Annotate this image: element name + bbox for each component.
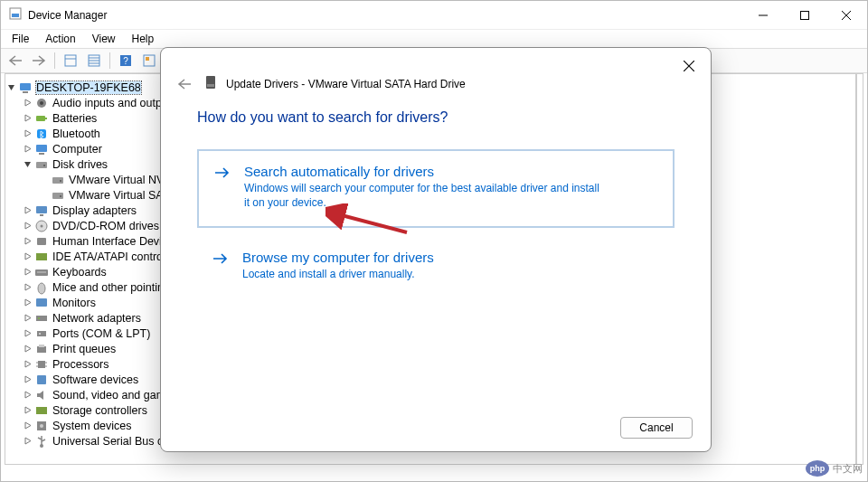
chevron-right-icon[interactable] [22, 298, 33, 308]
svg-point-39 [38, 283, 45, 294]
computer-icon [34, 142, 49, 156]
forward-button[interactable] [28, 51, 50, 71]
toolbar-icon[interactable] [60, 51, 81, 71]
svg-rect-15 [146, 57, 149, 61]
printer-icon [34, 342, 49, 356]
dialog-close-button[interactable] [680, 57, 698, 75]
chevron-right-icon[interactable] [22, 113, 33, 124]
dialog-footer: Cancel [620, 417, 693, 439]
svg-rect-53 [36, 407, 47, 414]
app-icon [8, 6, 23, 24]
back-button[interactable] [5, 51, 26, 71]
svg-rect-63 [207, 84, 214, 87]
svg-rect-24 [39, 153, 44, 155]
svg-point-34 [41, 224, 43, 227]
chevron-right-icon[interactable] [22, 128, 33, 139]
menubar: File Action View Help [1, 30, 867, 48]
tree-item-label: Bluetooth [52, 128, 100, 140]
chevron-right-icon[interactable] [22, 251, 33, 262]
svg-rect-29 [52, 193, 63, 199]
svg-point-30 [60, 195, 61, 197]
svg-rect-44 [39, 333, 41, 335]
chevron-right-icon[interactable] [22, 267, 33, 278]
watermark: php 中文网 [806, 460, 863, 477]
chevron-right-icon[interactable] [22, 205, 33, 216]
svg-rect-27 [52, 177, 63, 184]
dvd-icon [34, 219, 49, 233]
system-icon [34, 419, 49, 433]
chevron-right-icon[interactable] [22, 313, 33, 324]
chevron-down-icon[interactable] [22, 159, 33, 170]
chevron-right-icon[interactable] [22, 328, 33, 339]
tree-item-label: System devices [52, 420, 132, 432]
svg-rect-35 [37, 238, 46, 245]
php-logo-icon: php [806, 460, 829, 477]
svg-rect-16 [20, 83, 31, 90]
svg-rect-20 [36, 116, 45, 121]
chevron-right-icon[interactable] [22, 344, 33, 354]
toolbar-icon[interactable] [83, 51, 105, 71]
tree-item-label: Processors [52, 358, 109, 371]
toolbar-separator [109, 52, 110, 69]
chevron-right-icon[interactable] [22, 405, 33, 416]
chevron-right-icon[interactable] [22, 374, 33, 385]
svg-rect-43 [37, 331, 46, 336]
menu-action[interactable]: Action [38, 31, 82, 47]
cancel-button[interactable]: Cancel [620, 417, 693, 439]
software-icon [34, 373, 49, 387]
svg-point-55 [40, 424, 43, 428]
tree-item-label: Audio inputs and outputs [52, 97, 177, 109]
svg-rect-32 [40, 214, 43, 216]
option-browse-computer[interactable]: Browse my computer for drivers Locate an… [197, 250, 675, 281]
menu-view[interactable]: View [85, 31, 123, 47]
chevron-right-icon[interactable] [22, 221, 33, 232]
close-button[interactable] [826, 2, 867, 29]
tree-item-label: Computer [52, 143, 102, 156]
svg-rect-1 [12, 14, 19, 17]
svg-rect-25 [36, 162, 47, 168]
option-title: Browse my computer for drivers [242, 250, 434, 265]
ide-icon [34, 250, 49, 264]
minimize-button[interactable] [742, 2, 784, 29]
svg-rect-46 [39, 345, 44, 347]
svg-point-26 [43, 165, 45, 166]
svg-rect-52 [37, 375, 46, 384]
option-search-automatically[interactable]: Search automatically for drivers Windows… [197, 149, 675, 228]
help-icon[interactable]: ? [115, 51, 137, 71]
monitor-icon [34, 296, 49, 310]
tree-item-label: Storage controllers [52, 404, 147, 417]
menu-help[interactable]: Help [125, 31, 162, 47]
menu-file[interactable]: File [5, 31, 36, 47]
chevron-right-icon[interactable] [22, 421, 33, 431]
keyboard-icon [34, 265, 49, 279]
chevron-down-icon[interactable] [5, 82, 16, 93]
computer-icon [18, 80, 33, 95]
chevron-right-icon[interactable] [22, 390, 33, 401]
maximize-button[interactable] [784, 2, 826, 29]
disk-icon [51, 173, 65, 187]
dialog-back-button[interactable] [174, 79, 195, 90]
chevron-right-icon[interactable] [22, 282, 33, 293]
svg-rect-36 [36, 253, 47, 260]
dialog-header: Update Drivers - VMware Virtual SATA Har… [161, 48, 711, 91]
dialog-question: How do you want to search for drivers? [197, 109, 675, 126]
tree-item-label: DESKTOP-19FKE68 [36, 81, 141, 94]
tree-item-label: Keyboards [52, 266, 107, 279]
chevron-right-icon[interactable] [22, 144, 33, 155]
tree-item-label: Network adapters [52, 312, 141, 325]
mouse-icon [34, 280, 49, 295]
svg-rect-21 [45, 118, 47, 119]
svg-point-42 [38, 317, 40, 319]
chevron-right-icon[interactable] [22, 236, 33, 247]
titlebar: Device Manager [1, 1, 867, 30]
tree-item-label: Ports (COM & LPT) [52, 327, 150, 340]
dialog-title: Update Drivers - VMware Virtual SATA Har… [226, 78, 466, 90]
window-title: Device Manager [23, 9, 742, 22]
disk-icon [34, 157, 49, 172]
chevron-right-icon[interactable] [22, 98, 33, 109]
chevron-right-icon[interactable] [22, 359, 33, 370]
chevron-right-icon[interactable] [22, 436, 33, 447]
toolbar-icon[interactable] [138, 51, 160, 71]
network-icon [34, 311, 49, 326]
sound-icon [34, 388, 49, 402]
